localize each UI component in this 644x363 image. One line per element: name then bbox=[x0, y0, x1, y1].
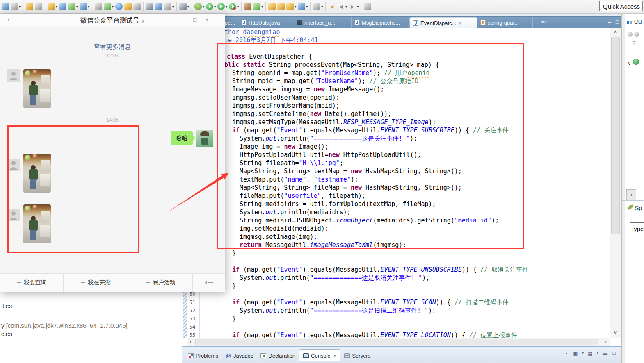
code-line[interactable]: String mpid = map.get("ToUserName"); // … bbox=[224, 77, 622, 85]
horizontal-scrollbar[interactable]: ‹ › bbox=[187, 338, 610, 346]
debug-button[interactable]: ▾ bbox=[194, 1, 205, 12]
console-tab-problems[interactable]: Problems bbox=[184, 350, 222, 361]
update-button[interactable] bbox=[132, 1, 142, 12]
hide-fields-icon[interactable] bbox=[634, 32, 639, 37]
search-tree-button[interactable]: ▾ bbox=[312, 1, 324, 12]
console-tab-console[interactable]: Console× bbox=[299, 349, 340, 361]
last-edit-location-button[interactable]: ◄ bbox=[327, 1, 336, 12]
build-button[interactable]: ▾ bbox=[10, 1, 21, 12]
code-line[interactable]: fileMap.put("userfile", filepath); bbox=[224, 192, 622, 200]
wechat-maximize-button[interactable]: □ bbox=[191, 17, 199, 23]
console-tab-declaration[interactable]: Declaration bbox=[257, 350, 299, 361]
code-line[interactable]: te 2016年3月7日 下午4:04:41 bbox=[224, 36, 622, 44]
code-line[interactable]: System.out.println(mediaidrs); bbox=[224, 208, 622, 216]
sidebar-scroll-left-button[interactable]: ‹ bbox=[626, 189, 636, 200]
code-line[interactable] bbox=[224, 44, 622, 52]
wechat-keyboard-toggle[interactable] bbox=[193, 274, 225, 292]
scroll-right-icon[interactable]: › bbox=[602, 338, 610, 346]
run-on-server-button[interactable]: ▾ bbox=[103, 1, 114, 12]
redo-button[interactable] bbox=[34, 1, 43, 12]
user-avatar[interactable] bbox=[196, 130, 213, 147]
code-line[interactable]: imgmsg.setFromUserName(mpid); bbox=[224, 102, 622, 110]
code-line[interactable]: imgmsg.setCreateTime(new Date().getTime(… bbox=[224, 110, 622, 118]
new-package-button[interactable]: ▾ bbox=[79, 1, 90, 12]
deploy-server-button[interactable] bbox=[94, 1, 103, 12]
close-console-icon[interactable]: × bbox=[333, 353, 337, 359]
dropdown-caret-icon[interactable]: ▾ bbox=[226, 5, 227, 9]
dropdown-caret-icon[interactable]: ▾ bbox=[112, 5, 114, 9]
code-line[interactable]: textMap.put("name", "testname"); bbox=[224, 175, 622, 184]
pin-console-icon[interactable]: ▪ bbox=[563, 350, 570, 356]
open-type-button[interactable] bbox=[267, 1, 276, 12]
dropdown-caret-icon[interactable]: ▾ bbox=[214, 5, 216, 9]
code-line[interactable]: if (map.get("Event").equals(MessageUtil.… bbox=[224, 298, 622, 306]
code-lines[interactable]: thor dapengniaote 2016年3月7日 下午4:04:41cla… bbox=[224, 28, 622, 339]
code-line[interactable]: System.out.println("=============这是关注事件!… bbox=[224, 134, 622, 143]
spring-explorer-tab[interactable]: Sp bbox=[628, 204, 642, 211]
forward-button[interactable]: ►▾ bbox=[348, 1, 359, 12]
scroll-left-icon[interactable]: ‹ bbox=[187, 338, 194, 346]
wechat-close-button[interactable]: × bbox=[203, 17, 211, 23]
dropdown-caret-icon[interactable]: ▾ bbox=[76, 5, 78, 9]
sent-message-bubble[interactable]: 哈哈 bbox=[171, 131, 193, 145]
refresh-button[interactable]: ▾ bbox=[252, 1, 264, 12]
dropdown-caret-icon[interactable]: ▾ bbox=[19, 5, 21, 9]
code-line[interactable]: imgmsg.setToUserName(openid); bbox=[224, 93, 622, 102]
photo-message-1[interactable] bbox=[23, 69, 51, 108]
code-line[interactable] bbox=[224, 323, 622, 331]
dropdown-caret-icon[interactable]: ▾ bbox=[187, 5, 189, 9]
commit-button[interactable] bbox=[123, 1, 132, 12]
pin-editor-button[interactable] bbox=[363, 1, 372, 12]
spring-filter-input[interactable]: type bbox=[630, 222, 644, 235]
code-line[interactable]: Map<String, String> fileMap = new HashMa… bbox=[224, 184, 622, 192]
editor-maximize-button[interactable]: □ bbox=[614, 19, 621, 25]
code-line[interactable]: Map<String, String> textMap = new HashMa… bbox=[224, 167, 622, 175]
display-console-icon[interactable]: ▣ bbox=[572, 350, 579, 356]
code-line[interactable]: System.out.println("=============这是取消关注事… bbox=[224, 274, 622, 282]
new-class-button[interactable]: ▾ bbox=[67, 1, 79, 12]
new-wizard-button[interactable] bbox=[1, 1, 10, 12]
editor-tab-msgdispatche-[interactable]: JMsgDispatche... bbox=[352, 17, 410, 28]
explorer-item-jre-library[interactable]: y [com.sun.java.jdk7.win32.x86_64_1.7.0.… bbox=[1, 322, 128, 329]
vertical-scrollbar-thumb[interactable] bbox=[611, 37, 620, 234]
code-line[interactable]: imgmsg.setMsgType(MessageUtil.RESP_MESSA… bbox=[224, 118, 622, 126]
wechat-menu-query[interactable]: 我要查询 bbox=[0, 274, 64, 292]
open-resource-button[interactable] bbox=[276, 1, 285, 12]
open-console-dropdown-icon[interactable]: ▾ bbox=[596, 350, 599, 356]
scroll-down-icon[interactable]: ∨ bbox=[610, 329, 621, 336]
code-line[interactable]: Image img = new Image(); bbox=[224, 143, 622, 151]
explorer-item-dependencies[interactable]: cies bbox=[1, 330, 12, 337]
inject-button[interactable] bbox=[145, 1, 154, 12]
dropdown-caret-icon[interactable]: ▾ bbox=[345, 5, 347, 9]
code-line[interactable]: HttpPostUploadUtil util=new HttpPostUplo… bbox=[224, 151, 622, 159]
photo-message-3[interactable] bbox=[23, 204, 51, 243]
console-tab-servers[interactable]: Servers bbox=[340, 350, 374, 361]
code-line[interactable]: imgmsg.setImage(img); bbox=[224, 233, 622, 241]
wechat-menu-activity[interactable]: 易户活动 bbox=[128, 274, 193, 292]
undo-button[interactable] bbox=[25, 1, 34, 12]
code-line[interactable]: thor dapengniao bbox=[224, 28, 622, 36]
editor-minimize-button[interactable]: – bbox=[606, 19, 613, 25]
code-line[interactable]: if (map.get("Event").equals(MessageUtil.… bbox=[224, 126, 622, 134]
web-2-0-button[interactable] bbox=[58, 1, 67, 12]
code-line[interactable]: System.out.println("=============这是扫描二维码… bbox=[224, 306, 622, 315]
import-button[interactable]: ▾ bbox=[297, 1, 308, 12]
code-line[interactable]: String filepath="H:\\1.jpg"; bbox=[224, 159, 622, 167]
run-history-button[interactable]: ▾ bbox=[217, 1, 228, 12]
dropdown-caret-icon[interactable]: ▾ bbox=[295, 5, 296, 9]
wechat-titlebar[interactable]: ‹ 微信公众平台测试号 ∨ – □ × bbox=[0, 14, 225, 27]
wechat-menu-location[interactable]: 我在芜湖 bbox=[64, 274, 128, 292]
annotate-button[interactable]: ▾ bbox=[285, 1, 297, 12]
wechat-minimize-button[interactable]: – bbox=[179, 17, 187, 23]
code-line[interactable] bbox=[224, 257, 622, 265]
dropdown-caret-icon[interactable]: ▾ bbox=[321, 5, 323, 9]
sort-icon[interactable] bbox=[628, 32, 633, 37]
open-console-icon[interactable]: ▤ bbox=[587, 350, 594, 356]
explorer-item-properties[interactable]: ties bbox=[2, 302, 12, 309]
vertical-scrollbar[interactable]: ∧ ∨ bbox=[610, 28, 621, 338]
dropdown-caret-icon[interactable]: ▾ bbox=[203, 5, 204, 9]
back-button[interactable]: ◄▾ bbox=[336, 1, 348, 12]
dropdown-caret-icon[interactable]: ▾ bbox=[357, 5, 359, 9]
maximize-panel-icon[interactable]: □ bbox=[611, 350, 617, 356]
contact-avatar[interactable] bbox=[7, 69, 20, 82]
